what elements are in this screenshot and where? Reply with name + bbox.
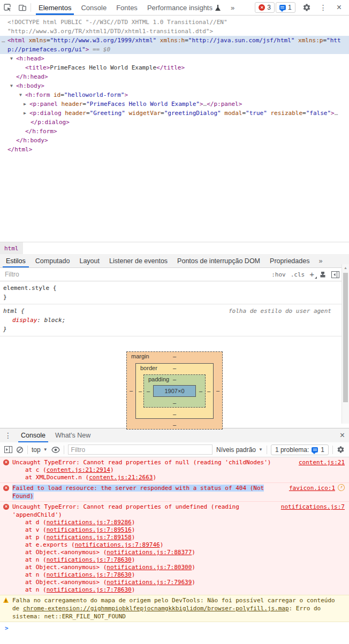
- dom-tree-line[interactable]: </h:body>: [0, 136, 349, 145]
- stack-frame-link[interactable]: content.js:21:2914: [47, 466, 110, 473]
- box-model-margin[interactable]: margin – – – – border – – – – padding – …: [126, 351, 223, 430]
- margin-top-value[interactable]: –: [127, 353, 222, 359]
- tab-performance-insights[interactable]: Performance insights: [142, 0, 225, 15]
- styles-tab-propriedades[interactable]: Propriedades: [265, 254, 314, 267]
- tab-elementos[interactable]: Elementos: [34, 0, 76, 15]
- error-count-badge[interactable]: × 3: [255, 2, 275, 13]
- disclosure-down-icon[interactable]: ▼: [10, 54, 13, 63]
- scrollbar-up-arrow[interactable]: ▲: [342, 264, 349, 272]
- stack-frame-link[interactable]: content.js:21:2663: [89, 474, 153, 481]
- console-filter-input[interactable]: [68, 444, 213, 455]
- dom-tree-line[interactable]: <title>PrimeFaces Hello World Example</t…: [0, 63, 349, 72]
- console-tab-what-s-new[interactable]: What's New: [50, 428, 95, 442]
- source-link[interactable]: notifications.js:7: [281, 503, 345, 511]
- issue-link-icon[interactable]: ↑: [337, 483, 346, 492]
- stack-frame-link[interactable]: notifications.js:7:78630: [47, 586, 132, 593]
- settings-gear-icon[interactable]: [299, 3, 314, 12]
- error-count: 3: [267, 4, 271, 11]
- console-prompt[interactable]: >: [0, 622, 349, 632]
- dom-tree-line[interactable]: ▼<h:body>: [0, 81, 349, 90]
- issues-count-badge[interactable]: 1: [276, 2, 295, 13]
- message-link[interactable]: chrome-extension://gighmmpiobklfepjocnam…: [23, 605, 289, 612]
- stack-frame-link[interactable]: notifications.js:7:78630: [47, 556, 132, 563]
- close-devtools-button[interactable]: ×: [332, 3, 346, 12]
- disclosure-down-icon[interactable]: ▼: [19, 90, 22, 99]
- stack-frame-link[interactable]: notifications.js:7:89516: [47, 526, 132, 533]
- issues-button[interactable]: 1 problema: 1: [271, 444, 329, 455]
- console-settings-gear-icon[interactable]: [337, 446, 345, 454]
- source-link[interactable]: content.js:21: [299, 458, 345, 466]
- source-link[interactable]: favicon.ico:1: [289, 484, 335, 492]
- styles-tab-layout[interactable]: Layout: [74, 254, 104, 267]
- padding-left-value[interactable]: –: [147, 388, 150, 394]
- css-property-name[interactable]: display: [12, 317, 37, 324]
- padding-right-value[interactable]: –: [199, 388, 202, 394]
- styles-more-tabs-button[interactable]: »: [314, 254, 327, 267]
- stack-frame-link[interactable]: notifications.js:7:88377: [107, 549, 192, 556]
- live-expression-eye-icon[interactable]: [51, 447, 60, 453]
- margin-bottom-value[interactable]: –: [127, 421, 222, 428]
- border-left-value[interactable]: –: [139, 388, 142, 394]
- margin-left-value[interactable]: –: [130, 387, 133, 394]
- style-rule-html[interactable]: folha de estilo do user agent html { dis…: [0, 304, 342, 336]
- tab-console[interactable]: Console: [76, 0, 111, 15]
- border-bottom-value[interactable]: –: [136, 411, 213, 417]
- log-levels-selector[interactable]: Níveis padrão ▼: [216, 446, 263, 454]
- inspect-element-icon[interactable]: [0, 0, 15, 15]
- styles-scrollbar[interactable]: ▲: [342, 264, 349, 424]
- clear-console-icon[interactable]: [16, 446, 24, 454]
- dom-tree-line[interactable]: </h:form>: [0, 127, 349, 136]
- tab-fontes[interactable]: Fontes: [111, 0, 142, 15]
- margin-right-value[interactable]: –: [216, 387, 219, 394]
- dom-tree-line[interactable]: ▼<h:form id="helloworld-form">: [0, 90, 349, 99]
- device-toolbar-icon[interactable]: [15, 0, 30, 15]
- border-right-value[interactable]: –: [207, 388, 210, 394]
- computed-sidebar-toggle-icon[interactable]: [331, 271, 339, 278]
- breadcrumb-item-html[interactable]: html: [0, 242, 23, 254]
- padding-bottom-value[interactable]: –: [144, 400, 205, 406]
- menu-kebab-icon[interactable]: ⋮: [315, 3, 331, 12]
- stack-frame-link[interactable]: notifications.js:7:89746: [75, 541, 160, 548]
- styles-tab-listener-de-eventos[interactable]: Listener de eventos: [104, 254, 172, 267]
- dom-tree-line[interactable]: …<html xmlns="http://www.w3.org/1999/xht…: [0, 36, 349, 54]
- border-top-value[interactable]: –: [136, 365, 213, 371]
- stack-frame-link[interactable]: notifications.js:7:89286: [47, 519, 132, 526]
- toggle-hover-state-button[interactable]: :hov: [271, 271, 286, 278]
- toggle-class-button[interactable]: .cls: [291, 271, 305, 278]
- style-rule-element[interactable]: element.style { }: [0, 281, 342, 304]
- console-sidebar-toggle-icon[interactable]: [4, 446, 12, 453]
- dom-tree-line[interactable]: <!DOCTYPE html PUBLIC "-//W3C//DTD XHTML…: [0, 18, 349, 27]
- disclosure-right-icon[interactable]: ▶: [24, 109, 26, 118]
- stack-frame-link[interactable]: notifications.js:7:78630: [47, 571, 132, 578]
- more-tabs-button[interactable]: »: [225, 0, 240, 15]
- dom-tree-line[interactable]: </p:dialog>: [0, 118, 349, 127]
- padding-top-value[interactable]: –: [144, 376, 205, 382]
- stack-frame-link[interactable]: notifications.js:7:89158: [47, 534, 132, 541]
- styles-tab-pontos-de-interrup-o-dom[interactable]: Pontos de interrupção DOM: [172, 254, 265, 267]
- console-messages: ×Uncaught TypeError: Cannot read propert…: [0, 457, 349, 622]
- console-menu-kebab-icon[interactable]: ⋮: [0, 431, 16, 440]
- dom-tree-line[interactable]: </h:head>: [0, 72, 349, 81]
- dom-tree-line[interactable]: ▼<h:head>: [0, 54, 349, 63]
- stack-frame-link[interactable]: notifications.js:7:80300: [107, 564, 192, 571]
- close-console-button[interactable]: ×: [336, 431, 349, 440]
- tab-label: Performance insights: [147, 4, 213, 12]
- box-model-content[interactable]: 1907×0: [153, 385, 196, 397]
- styles-tab-estilos[interactable]: Estilos: [1, 254, 31, 267]
- dom-tree-line[interactable]: ▶<p:panel header="PrimeFaces Hello World…: [0, 99, 349, 109]
- font-editor-icon[interactable]: [319, 271, 327, 278]
- context-selector[interactable]: top ▼: [32, 446, 48, 454]
- stack-frame-link[interactable]: notifications.js:7:79639: [107, 579, 192, 586]
- dom-tree-line[interactable]: "http://www.w3.org/TR/xhtml1/DTD/xhtml1-…: [0, 27, 349, 36]
- box-model-padding[interactable]: padding – – – – 1907×0: [143, 374, 206, 408]
- disclosure-right-icon[interactable]: ▶: [24, 99, 26, 109]
- disclosure-down-icon[interactable]: ▼: [10, 81, 13, 90]
- box-model-border[interactable]: border – – – – padding – – – – 1907×0: [135, 363, 214, 419]
- dom-tree-line[interactable]: ▶<p:dialog header="Greeting" widgetVar="…: [0, 109, 349, 118]
- dom-tree-line[interactable]: </html>: [0, 145, 349, 154]
- scrollbar-thumb[interactable]: [343, 273, 348, 402]
- new-style-rule-button[interactable]: +: [309, 271, 314, 278]
- console-tab-console[interactable]: Console: [16, 428, 50, 442]
- styles-filter-input[interactable]: [4, 270, 267, 279]
- styles-tab-computado[interactable]: Computado: [31, 254, 75, 267]
